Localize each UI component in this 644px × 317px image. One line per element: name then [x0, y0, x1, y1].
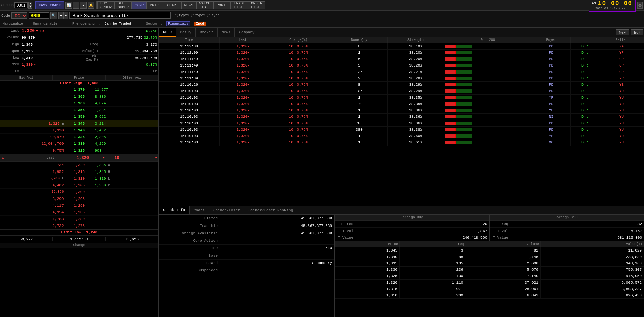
icon-bell[interactable]: 🔔 — [88, 2, 94, 9]
sell-row-6: 3,299 1,295 — [0, 195, 158, 202]
sr-offer-1: 1,335 O — [93, 163, 159, 167]
code-input[interactable] — [29, 12, 49, 19]
company-name-input[interactable] — [69, 12, 171, 19]
tab-news[interactable]: News — [218, 28, 235, 37]
trade-list-btn[interactable]: TRADELIST — [231, 1, 248, 9]
scroll-up-btn[interactable]: ▲ — [2, 156, 4, 160]
td-seller-4: CP — [599, 69, 644, 75]
ob-bottom-row: 50,927 15:12:38 73,626 — [0, 235, 158, 243]
ob-offer-8: 4,269 — [93, 142, 159, 146]
pt-vol-0: 82 — [465, 247, 540, 254]
max-btn[interactable]: □ — [637, 5, 643, 9]
screen-down-btn[interactable]: ▼ — [28, 5, 32, 9]
next-btn[interactable]: Next — [616, 29, 629, 35]
si-label-suspended: Suspended — [159, 267, 220, 274]
bot-vol: 50,927 — [0, 237, 53, 241]
price-breakdown-section[interactable]: Price Freq Volume Value(T) 1,345 3 82 11… — [335, 241, 644, 317]
set-icon[interactable]: ⚙ — [619, 7, 620, 10]
ob-header: Bid Vol Price Offer Vol — [0, 75, 158, 81]
sr-bid-10: 2,732 — [0, 224, 66, 228]
scroll-down-btn[interactable]: ▼ — [155, 156, 157, 160]
low-row: Low 1,310 — [0, 55, 79, 61]
tab-broker[interactable]: Broker — [196, 28, 218, 37]
pt-val-7: 896,433 — [540, 292, 644, 299]
done-row-2: 15:11:49 1,320▼ 10 0.75% 5 38.20% PD D D… — [159, 56, 644, 62]
td-strength-12: 38.36% — [388, 120, 444, 127]
btab-chart[interactable]: Chart — [190, 206, 209, 214]
done-row-9: 15:10:03 1,320▼ 10 0.75% 10 38.35% PD D … — [159, 101, 644, 107]
td-d-11: D D — [571, 114, 599, 120]
screen-nav: ▲ ▼ — [28, 2, 32, 9]
order-list-btn[interactable]: ORDERLIST — [248, 1, 265, 9]
td-d-15: D D — [571, 139, 599, 146]
td-strength-11: 38.36% — [388, 114, 444, 120]
order-book-offers: 1.370 11,277 1.365 8,836 1.360 4,824 1.3… — [0, 86, 158, 154]
type2-radio[interactable]: type2 — [191, 14, 205, 17]
si-row-board: Board Secondary — [159, 259, 334, 267]
pt-vol-3: 5,679 — [465, 267, 540, 273]
td-qty-3: 5 — [331, 62, 388, 69]
icon-chart[interactable]: 📊 — [65, 2, 72, 9]
td-buyer-10: YP — [532, 107, 570, 114]
td-bar-3 — [444, 62, 532, 69]
mktcap-row: Mkt Cap(M) 60,281,598 — [79, 55, 159, 61]
td-strength-4: 38.21% — [388, 69, 444, 75]
chart-btn[interactable]: CHART — [164, 1, 181, 9]
sell-row-10: 2,732 1,275 — [0, 222, 158, 229]
sr-bid-9: 1,783 — [0, 217, 66, 221]
portf-btn[interactable]: PORTF — [214, 1, 231, 9]
done-table-container[interactable]: Time Last Change(%) Done Qty Strength 0 … — [159, 37, 644, 206]
td-qty-10: 1 — [331, 107, 388, 114]
watch-list-btn[interactable]: WATCHLIST — [196, 1, 214, 9]
td-strength-1: 38.20% — [388, 50, 444, 56]
type1-radio[interactable]: type1 — [175, 14, 189, 17]
code-type-select[interactable]: RGTNNG — [11, 12, 27, 19]
price-btn[interactable]: PRICE — [147, 1, 164, 9]
edit-btn[interactable]: Edit — [631, 29, 643, 35]
min-btn[interactable]: _ — [637, 2, 643, 5]
td-chg-1: 10 0.75% — [266, 50, 331, 56]
icon-list[interactable]: ☰ — [73, 2, 79, 9]
code-next-btn[interactable]: ▶ — [63, 12, 68, 19]
preopen-label: Pre-opening — [72, 22, 95, 26]
type3-radio[interactable]: type3 — [207, 14, 221, 17]
screen-up-btn[interactable]: ▲ — [28, 2, 32, 5]
tab-done[interactable]: Done — [159, 28, 176, 37]
volume-row: Volume 90,979 — [0, 34, 79, 41]
code-search-btn[interactable]: 🔍 — [50, 12, 57, 19]
comp-btn[interactable]: COMP — [132, 1, 147, 9]
td-time-12: 15:10:03 — [159, 120, 220, 127]
fb-tval-val: 246,418,500 — [355, 236, 489, 240]
td-bar-10 — [444, 107, 532, 114]
td-seller-12: YU — [599, 120, 644, 127]
ob-offer-5: 5,922 — [93, 115, 159, 119]
code-prev-btn[interactable]: ◀ — [58, 12, 63, 19]
th-change: Change(%) — [266, 37, 331, 43]
td-chg-12: 10 0.75% — [266, 120, 331, 127]
si-val-foreign-avail: 45,667,877,639 — [220, 230, 334, 237]
middle-section: Foreign Buy T Freq 20 T Vol 1,867 T Valu… — [335, 215, 644, 317]
td-qty-13: 380 — [331, 127, 388, 133]
sector-badge: Financials — [166, 21, 190, 26]
btab-stock-info[interactable]: Stock Info — [159, 206, 190, 214]
pt-vol-1: 1,745 — [465, 254, 540, 260]
btab-gainer-loser-ranking[interactable]: Gainer/Loser Ranking — [244, 206, 297, 214]
price-table-body: 1,345 3 82 11,029 1,340 88 1,745 233,830… — [335, 247, 644, 299]
footer-num: 10 — [109, 156, 125, 160]
tab-daily[interactable]: Daily — [176, 28, 196, 37]
sell-order-btn[interactable]: SELLORDER — [115, 1, 132, 9]
si-label-base: Base — [159, 252, 220, 259]
tab-company[interactable]: Company — [235, 28, 259, 37]
td-last-7: 1,320▼ — [220, 88, 266, 95]
ob-price-5: 1.350 — [66, 115, 93, 119]
si-val-corp: -- — [220, 237, 334, 244]
td-last-0: 1,320▼ — [220, 43, 266, 50]
news-btn[interactable]: NEWS — [181, 1, 196, 9]
td-chg-8: 10 0.75% — [266, 95, 331, 101]
icon-star[interactable]: ★ — [80, 2, 87, 9]
prev-row: Prev 1,330 ▼ 5 — [0, 61, 79, 68]
buy-order-btn[interactable]: BUYORDER — [97, 1, 115, 9]
screen-input[interactable] — [14, 2, 28, 8]
btab-gainer-loser[interactable]: Gainer/Loser — [209, 206, 244, 214]
sell-row-5: 15,056 1,300 — [0, 189, 158, 195]
